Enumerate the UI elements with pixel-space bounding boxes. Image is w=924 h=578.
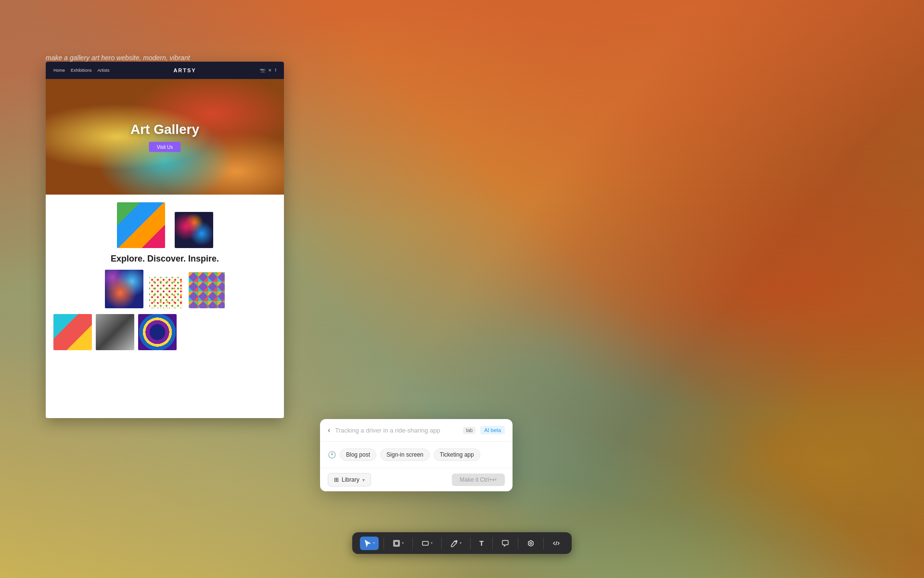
gallery-row-1: [53, 202, 276, 248]
svg-rect-1: [395, 541, 398, 545]
toolbar-group-pen: ▾: [447, 537, 465, 550]
gallery-section: Explore. Discover. Inspire.: [46, 195, 284, 358]
visit-us-button[interactable]: Visit Us: [149, 142, 181, 152]
rectangle-icon: [422, 539, 429, 547]
artwork-8-image: [138, 314, 177, 350]
comment-icon: [501, 539, 509, 547]
artwork-4-image: [149, 277, 183, 308]
suggestion-blog-post[interactable]: Blog post: [340, 448, 376, 461]
toolbar-divider-6: [518, 538, 518, 549]
gallery-row-2: [53, 270, 276, 308]
library-button[interactable]: ⊞ Library ▾: [328, 473, 371, 486]
toolbar-divider-1: [384, 538, 384, 549]
select-tool-dropdown-arrow: ▾: [373, 541, 375, 545]
plugin-tool-button[interactable]: [523, 537, 539, 550]
library-label: Library: [342, 476, 359, 483]
comment-tool-button[interactable]: [498, 537, 513, 550]
bottom-toolbar: ▾ ▾ ▾ ▾: [352, 532, 572, 554]
nav-exhibitions[interactable]: Exhibitions: [71, 68, 92, 73]
ai-beta-badge: AI beta: [480, 426, 505, 434]
ai-prompt-popup: ‹ Tracking a driver in a ride-sharing ap…: [320, 419, 513, 491]
code-icon: [552, 539, 560, 547]
artwork-6-image: [53, 314, 92, 350]
library-icon: ⊞: [334, 476, 339, 483]
frame-icon: [393, 539, 400, 547]
gallery-tagline: Explore. Discover. Inspire.: [53, 254, 276, 264]
library-chevron-icon: ▾: [362, 477, 365, 483]
artwork-1-image: [117, 202, 165, 248]
toolbar-divider-4: [470, 538, 471, 549]
toolbar-divider-2: [412, 538, 413, 549]
artwork-3: [105, 270, 143, 308]
text-tool-button[interactable]: T: [475, 536, 488, 550]
svg-rect-2: [423, 541, 428, 545]
ai-tab-tag: tab: [463, 427, 475, 434]
suggestion-sign-in-screen[interactable]: Sign-in screen: [380, 448, 430, 461]
toolbar-group-shape: ▾: [418, 537, 436, 550]
ai-back-button[interactable]: ‹: [328, 426, 330, 434]
shape-tool-button[interactable]: ▾: [418, 537, 436, 550]
toolbar-group-frame: ▾: [389, 537, 408, 550]
artwork-5: [189, 272, 225, 308]
hero-title: Art Gallery: [130, 122, 199, 137]
toolbar-divider-5: [492, 538, 493, 549]
text-icon: T: [479, 539, 484, 547]
artwork-3-image: [105, 270, 143, 308]
instagram-icon: 📷: [260, 68, 265, 73]
gallery-row-3: [53, 314, 276, 350]
make-it-button[interactable]: Make it Ctrl+↵: [452, 473, 505, 486]
ai-suggestions: 🕐 Blog post Sign-in screen Ticketing app: [320, 442, 513, 468]
facebook-icon: f: [275, 68, 276, 73]
code-tool-button[interactable]: [549, 537, 564, 550]
artwork-2-image: [175, 212, 213, 248]
toolbar-divider-7: [543, 538, 544, 549]
website-panel: Home Exhibitions Artists ARTSY 📷 ✕ f Art…: [46, 62, 284, 418]
ai-popup-footer: ⊞ Library ▾ Make it Ctrl+↵: [320, 468, 513, 491]
artwork-5-image: [189, 272, 225, 308]
clock-icon: 🕐: [328, 451, 336, 459]
site-nav: Home Exhibitions Artists: [53, 68, 110, 73]
nav-artists[interactable]: Artists: [98, 68, 110, 73]
frame-tool-button[interactable]: ▾: [389, 537, 408, 550]
hero-content: Art Gallery Visit Us: [130, 122, 199, 152]
pen-tool-dropdown-arrow: ▾: [460, 541, 462, 545]
artwork-6: [53, 314, 92, 350]
toolbar-group-select: ▾: [360, 537, 379, 550]
shape-tool-dropdown-arrow: ▾: [431, 541, 433, 545]
pen-icon: [450, 539, 458, 547]
select-tool-button[interactable]: ▾: [360, 537, 379, 550]
plugin-icon: [527, 539, 535, 547]
artwork-1: [117, 202, 165, 248]
site-header: Home Exhibitions Artists ARTSY 📷 ✕ f: [46, 62, 284, 79]
site-logo: ARTSY: [173, 67, 196, 73]
suggestion-ticketing-app[interactable]: Ticketing app: [434, 448, 480, 461]
site-hero: Art Gallery Visit Us: [46, 79, 284, 195]
ai-popup-header: ‹ Tracking a driver in a ride-sharing ap…: [320, 419, 513, 442]
artwork-7-image: [96, 314, 134, 350]
site-social: 📷 ✕ f: [260, 68, 276, 73]
nav-home[interactable]: Home: [53, 68, 65, 73]
artwork-8: [138, 314, 177, 350]
artwork-2: [175, 212, 213, 248]
frame-tool-dropdown-arrow: ▾: [402, 541, 404, 545]
twitter-icon: ✕: [268, 68, 272, 73]
prompt-text: make a gallery art hero website, modern,…: [46, 54, 190, 62]
pen-tool-button[interactable]: ▾: [447, 537, 465, 550]
artwork-4: [149, 277, 183, 308]
artwork-7: [96, 314, 134, 350]
cursor-icon: [364, 539, 372, 547]
ai-input-placeholder: Tracking a driver in a ride-sharing app: [335, 427, 456, 434]
toolbar-divider-3: [441, 538, 442, 549]
svg-point-3: [530, 542, 532, 544]
